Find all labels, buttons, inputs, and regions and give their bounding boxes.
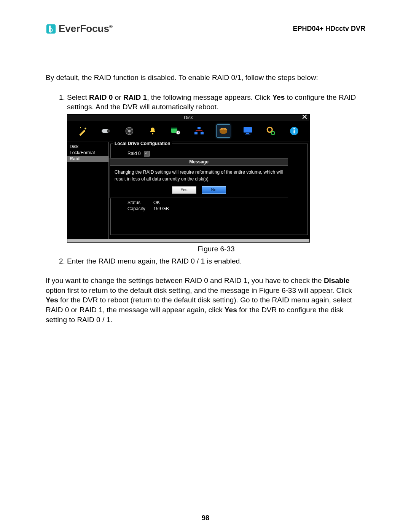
svg-point-6: [128, 130, 131, 133]
status-label: Status: [127, 200, 150, 205]
everfocus-logo-icon: [46, 24, 56, 34]
steps-list: Select RAID 0 or RAID 1, the following m…: [46, 93, 365, 266]
brand-name: EverFocus®: [59, 23, 113, 35]
svg-rect-16: [201, 132, 204, 134]
svg-rect-14: [198, 127, 201, 129]
record-settings-icon[interactable]: [124, 125, 135, 137]
info-icon[interactable]: [288, 125, 300, 137]
disk-icon[interactable]: [217, 124, 230, 138]
alarm-bell-icon[interactable]: [147, 125, 158, 137]
intro-text: By default, the RAID function is disable…: [46, 73, 365, 83]
svg-rect-26: [293, 130, 295, 134]
message-dialog: Message Changing the RAID settings will …: [110, 158, 288, 198]
dvr-title-bar: Disk ✕: [67, 115, 309, 121]
svg-point-23: [267, 127, 272, 132]
svg-rect-20: [244, 127, 252, 133]
fieldset-legend: Local Drive Configuration: [113, 141, 172, 146]
svg-point-10: [152, 133, 153, 134]
brand-logo: EverFocus®: [46, 23, 113, 35]
dvr-title-label: Disk: [184, 115, 193, 120]
network-icon[interactable]: [193, 125, 205, 137]
svg-rect-12: [171, 128, 177, 129]
dvr-sidebar: Disk Lock/Format Raid: [67, 142, 108, 239]
sidebar-item-disk[interactable]: Disk: [67, 144, 108, 150]
svg-point-1: [84, 128, 86, 129]
step-2: Enter the RAID menu again, the RAID 0 / …: [67, 256, 365, 266]
page-header: EverFocus® EPHD04+ HDcctv DVR: [46, 23, 365, 35]
svg-point-4: [107, 129, 110, 133]
capacity-value: 159 GB: [153, 206, 169, 211]
wizard-icon[interactable]: [77, 125, 89, 137]
svg-point-24: [271, 131, 275, 135]
svg-rect-21: [246, 133, 249, 134]
yes-button[interactable]: Yes: [172, 186, 196, 194]
svg-point-8: [131, 129, 132, 130]
svg-rect-15: [194, 132, 198, 134]
dvr-main-panel: Local Drive Configuration Raid 0 Status …: [108, 142, 309, 239]
page-number: 98: [0, 514, 411, 522]
dvr-window: Disk ✕: [67, 114, 310, 243]
message-title: Message: [110, 158, 288, 166]
svg-point-7: [127, 129, 128, 130]
close-icon[interactable]: ✕: [300, 114, 309, 120]
camera-icon[interactable]: [100, 125, 112, 137]
raid0-checkbox[interactable]: [144, 151, 150, 157]
dvr-toolbar: [67, 121, 309, 142]
no-button[interactable]: No: [202, 186, 226, 194]
svg-point-27: [293, 128, 295, 129]
dvr-bottom-bar: [67, 239, 309, 242]
svg-point-9: [129, 133, 130, 134]
schedule-icon[interactable]: [170, 125, 182, 137]
raid0-label: Raid 0: [127, 151, 141, 156]
message-body: Changing the RAID settings will require …: [110, 166, 288, 186]
svg-rect-22: [245, 134, 250, 134]
sidebar-item-raid[interactable]: Raid: [67, 156, 108, 162]
settings-gear-icon[interactable]: [265, 125, 277, 137]
display-icon[interactable]: [242, 125, 253, 137]
svg-point-2: [80, 127, 81, 128]
capacity-label: Capacity: [127, 206, 150, 211]
step-1: Select RAID 0 or RAID 1, the following m…: [67, 93, 365, 254]
status-value: OK: [153, 200, 160, 205]
figure-caption: Figure 6-33: [67, 244, 365, 254]
product-name: EPHD04+ HDcctv DVR: [293, 25, 365, 33]
sidebar-item-lockformat[interactable]: Lock/Format: [67, 150, 108, 156]
paragraph-change-settings: If you want to change the settings betwe…: [46, 276, 365, 324]
